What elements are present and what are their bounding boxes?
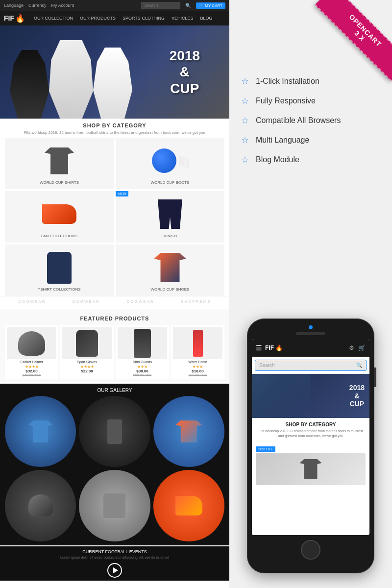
category-junior[interactable]: NEW JUNIOR [116,191,224,243]
category-tshirt[interactable]: TSHIRT COLLECTIONS [5,245,114,296]
tshirt-coll-label: TSHIRT COLLECTIONS [38,287,80,292]
nav-collection[interactable]: OUR COLLECTION [31,16,76,21]
phone-menu-icon: ☰ [256,344,262,352]
footer-subtitle: Lorem ipsum dolor sit amet, consectetur … [5,556,224,559]
gallery-item-4[interactable] [5,470,76,541]
nav-products[interactable]: OUR PRODUCTS [77,16,119,21]
new-badge: NEW [116,191,128,196]
hero-text: 2018 & CUP [170,48,200,97]
boots-label: WORLD CUP BOOTS [151,180,190,185]
fan-label: FAN COLLECTIONS [41,234,77,238]
phone-cart-icon: 🛒 [358,344,366,351]
category-fan[interactable]: FAN COLLECTIONS [5,191,114,243]
account-link[interactable]: My Account [51,3,74,8]
feature-5: ☆ Blog Module [239,154,382,165]
ribbon-line2: 3.X [319,0,392,77]
hero-players [0,25,157,119]
gallery-item-6[interactable] [153,470,224,541]
product-2[interactable]: Sport Gloves ★★★★ $22.00 [60,325,114,379]
feature-5-text: Blog Module [256,155,299,164]
feature-1-icon: ☆ [239,76,251,87]
hero-line2: & [170,64,200,80]
brand-1: DOGWEAR [18,299,46,304]
language-selector[interactable]: Language [4,3,24,8]
hero-line3: CUP [170,80,200,97]
backpack-icon [47,252,72,284]
gallery-item-1[interactable] [5,396,76,467]
category-boots[interactable]: WORLD CUP BOOTS [116,138,224,189]
phone-search-bar[interactable]: Search 🔍 [255,360,367,371]
shop-category-title: SHOP BY CATEGORY [0,119,229,130]
phone-side-button [374,368,376,387]
cart-button[interactable]: 🛒 MY CART [196,2,225,9]
product-2-stars: ★★★★ [62,365,112,369]
shirts-label: WORLD CUP SHIRTS [40,180,79,185]
product-3[interactable]: Shin Guards ★★★ $38.00 $50.00 24% [116,325,169,379]
footer-title: CURRENT FOOTBALL EVENTS [5,549,224,554]
product-4-name: Water Bottle [173,360,222,364]
currency-selector[interactable]: Currency [28,3,47,8]
featured-products-section: FEATURED PRODUCTS Cricket Helmet ★★★★ $3… [0,309,229,382]
brand-2: DOGWEAR [73,299,100,304]
phone-product-row: 20% OFF [252,441,369,487]
gallery-helmet-icon [28,494,53,516]
product-1-name: Cricket Helmet [7,360,56,364]
play-button[interactable] [107,563,122,578]
tshirt-icon [45,147,74,174]
junior-image [150,196,190,233]
shoes-icon [42,204,76,224]
gallery-item-2[interactable] [79,396,150,467]
nav-blog[interactable]: BLOG [197,16,215,21]
gallery-item-5[interactable] [79,470,150,541]
gallery-grid [5,396,224,541]
phone-tshirt-icon [300,459,322,479]
phone-screen: ☰ FIF 🔥 ⚙ 🛒 Search 🔍 [252,339,369,535]
product-3-price: $38.00 [118,369,167,373]
nav-clothing[interactable]: SPORTS CLOTHING [120,16,168,21]
phone-logo: FIF 🔥 [265,344,346,351]
opencart-ribbon: OPENCART 3.X [315,0,392,81]
fan-image [40,196,79,233]
brands-row: DOGWEAR DOGWEAR DOGWEAR SHOPREME [0,296,229,307]
phone-product-badge: 20% OFF [256,446,275,452]
brand-4: SHOPREME [181,299,211,304]
player-1 [10,50,49,119]
product-1-stars: ★★★★ [7,365,56,369]
phone-hero: 2018 & CUP [252,374,369,418]
logo-text: FIF [4,14,14,22]
feature-2-icon: ☆ [239,96,251,106]
gallery-shin-icon [107,419,122,444]
shop-category-subtitle: Fifa worldcup 2018. 32 teams from footba… [0,130,229,138]
ribbon-container: OPENCART 3.X [294,0,392,98]
phone-hero-text: 2018 & CUP [349,384,365,408]
category-shoes[interactable]: WORLD CUP SHOES [116,245,224,296]
phone-shop-title: SHOP BY CATEGORY [252,418,369,429]
phone-speaker [296,332,325,335]
top-bar: Language Currency My Account 🔍 🛒 MY CART [0,0,229,11]
phone-speaker-dot [309,325,313,329]
logo: FIF 🔥 [4,14,25,23]
phone-home-button[interactable] [301,540,320,560]
feature-3-text: Compatible All Browsers [256,116,341,125]
product-4-image [173,327,222,359]
product-1[interactable]: Cricket Helmet ★★★★ $32.00 $40.00 22% [5,325,58,379]
feature-3-icon: ☆ [239,115,251,126]
gallery-shoes-icon [175,496,202,515]
product-4[interactable]: Water Bottle ★★★ $10.00 $22.00 16% [171,325,224,379]
phone-search-icon: 🔍 [356,363,362,368]
gallery-item-3[interactable] [153,396,224,467]
product-1-oldprice: $40.00 22% [7,373,56,377]
feature-4: ☆ Multi Language [239,135,382,146]
phone-product-image [256,453,366,485]
nav-vehicles[interactable]: VEHICLES [169,16,196,21]
phone-nav: ☰ FIF 🔥 ⚙ 🛒 [252,339,369,357]
helmet-icon [18,331,45,356]
product-3-image [118,327,167,359]
bowling-pins [179,156,189,169]
shoes-coll-label: WORLD CUP SHOES [151,287,190,292]
search-input[interactable] [141,2,180,9]
product-3-oldprice: $50.00 24% [118,373,167,377]
gloves-icon [76,330,98,357]
category-shirts[interactable]: WORLD CUP SHIRTS [5,138,114,189]
footer-strip: CURRENT FOOTBALL EVENTS Lorem ipsum dolo… [0,546,229,581]
